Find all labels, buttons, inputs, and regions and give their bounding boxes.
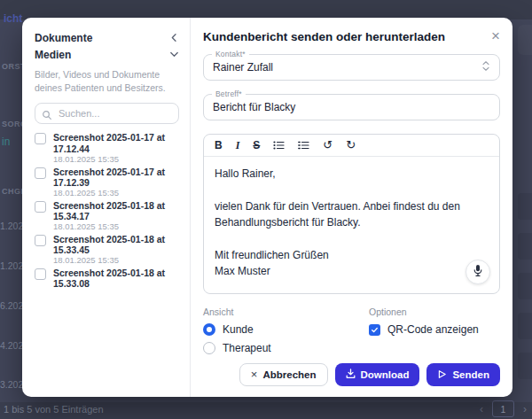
view-group-label: Ansicht [203, 306, 369, 317]
item-date: 18.01.2025 15:35 [53, 256, 179, 266]
close-icon[interactable]: × [491, 30, 500, 43]
undo-icon[interactable]: ↺ [323, 139, 332, 151]
select-caret-icon[interactable] [481, 59, 490, 75]
subject-field[interactable]: Betreff* [203, 94, 500, 120]
media-sidebar: Dokumente Medien Bilder, Videos und Doku… [22, 18, 191, 397]
background-card-hint [518, 25, 532, 55]
background-date-fragment: 1.202 [0, 221, 23, 231]
background-link-fragment: in [2, 136, 10, 148]
send-label: Senden [452, 369, 489, 380]
editor-paragraph [215, 182, 489, 198]
editor-paragraph [215, 231, 489, 247]
item-title: Screenshot 2025-01-18 at 15.33.08 [53, 268, 179, 290]
radio-selected-icon[interactable] [203, 323, 215, 336]
media-list-item[interactable]: Screenshot 2025-01-18 at 15.33.08 [35, 268, 179, 290]
item-title: Screenshot 2025-01-17 at 17.12.44 [53, 132, 179, 154]
download-button[interactable]: Download [335, 363, 420, 386]
media-list-item[interactable]: Screenshot 2025-01-17 at 17.12.39 18.01.… [35, 167, 179, 198]
send-button[interactable]: Senden [426, 363, 500, 386]
background-row-hint [518, 193, 532, 220]
strikethrough-button[interactable]: S [253, 139, 260, 151]
radio-therapeut[interactable]: Therapeut [203, 342, 369, 354]
qr-code-checkbox-row[interactable]: QR-Code anzeigen [369, 323, 479, 336]
pagination-prev-icon: ‹ [480, 403, 483, 415]
search-box [35, 103, 179, 124]
radio-unselected-icon[interactable] [203, 342, 215, 354]
background-date-fragment: 3.202 [0, 379, 23, 390]
editor-paragraph: Hallo Rainer, [215, 166, 489, 182]
redo-icon[interactable]: ↻ [346, 139, 356, 151]
controls-row: Ansicht Kunde Therapeut Optionen [203, 306, 500, 354]
send-report-dialog: Dokumente Medien Bilder, Videos und Doku… [22, 18, 512, 397]
view-group: Ansicht Kunde Therapeut [203, 306, 369, 354]
checkbox-checked-icon[interactable] [369, 324, 380, 336]
radio-kunde[interactable]: Kunde [203, 323, 369, 336]
item-title: Screenshot 2025-01-18 at 15.33.45 [53, 234, 179, 256]
sidebar-section-dokumente[interactable]: Dokumente [35, 30, 179, 45]
bold-button[interactable]: B [215, 139, 223, 151]
subject-value[interactable] [213, 101, 490, 113]
italic-button[interactable]: I [236, 139, 240, 151]
background-row-hint [518, 313, 532, 339]
item-checkbox[interactable] [35, 268, 46, 280]
item-date: 18.01.2025 15:35 [53, 155, 179, 165]
dialog-header: Kundenbericht senden oder herunterladen … [203, 30, 500, 43]
sidebar-section-medien[interactable]: Medien [35, 47, 179, 62]
item-title: Screenshot 2025-01-18 at 15.34.17 [53, 200, 179, 222]
background-date-fragment: 4.202 [0, 340, 23, 351]
subject-label: Betreff* [212, 89, 246, 98]
message-editor: B I S ↺ ↻ Hallo Rainer, vielen Dank für … [203, 134, 500, 294]
microphone-icon [473, 264, 483, 281]
media-list-item[interactable]: Screenshot 2025-01-18 at 15.33.45 18.01.… [35, 234, 179, 266]
pagination: ‹ 1 › [480, 400, 527, 417]
chevron-left-icon [169, 30, 179, 46]
search-input[interactable] [35, 103, 179, 124]
section-label: Dokumente [35, 32, 92, 44]
dictation-button[interactable] [466, 260, 490, 284]
close-icon: × [251, 369, 258, 380]
app-background: icht ORSTE SORG in CHGE 1.202 1.202 6.20… [0, 0, 532, 419]
background-row-hint [518, 353, 532, 379]
background-row-hint [518, 233, 532, 260]
pagination-next-icon: › [523, 403, 527, 415]
pagination-page-number: 1 [492, 400, 514, 417]
editor-paragraph: Max Muster [215, 263, 489, 280]
media-list: Screenshot 2025-01-17 at 17.12.44 18.01.… [35, 132, 179, 386]
options-group: Optionen QR-Code anzeigen [369, 306, 479, 354]
sidebar-description: Bilder, Videos und Dokumente deines Pati… [35, 68, 179, 95]
radio-label: Kunde [223, 323, 254, 336]
contact-value[interactable] [213, 61, 476, 74]
contact-label: Kontakt* [212, 50, 249, 58]
search-icon [42, 108, 52, 124]
item-date: 18.01.2025 15:35 [53, 189, 179, 198]
media-list-item[interactable]: Screenshot 2025-01-17 at 17.12.44 18.01.… [35, 132, 179, 164]
options-group-label: Optionen [369, 306, 479, 317]
item-checkbox[interactable] [35, 201, 46, 213]
item-checkbox[interactable] [35, 235, 46, 246]
item-checkbox[interactable] [35, 167, 46, 179]
background-top-bar [0, 0, 532, 19]
entries-summary: 1 bis 5 von 5 Einträgen [4, 404, 104, 415]
section-label: Medien [35, 49, 71, 61]
dialog-content: Kundenbericht senden oder herunterladen … [191, 18, 512, 397]
dialog-title: Kundenbericht senden oder herunterladen [203, 30, 445, 43]
bullet-list-icon[interactable] [273, 140, 285, 151]
chevron-down-icon [169, 47, 179, 63]
background-date-fragment: 1.202 [0, 260, 23, 271]
contact-select[interactable]: Kontakt* [203, 54, 500, 81]
editor-paragraph: vielen Dank für dein Vertrauen. Anbei fi… [215, 198, 489, 231]
cancel-label: Abbrechen [262, 369, 316, 380]
ordered-list-icon[interactable] [298, 140, 309, 151]
editor-paragraph: Mit freundlichen Grüßen [215, 247, 489, 264]
checkbox-label: QR-Code anzeigen [387, 323, 479, 336]
item-date: 18.01.2025 15:35 [53, 222, 179, 232]
editor-content[interactable]: Hallo Rainer, vielen Dank für dein Vertr… [204, 157, 499, 293]
download-icon [346, 369, 356, 381]
background-tab-fragment: icht [4, 12, 22, 25]
background-row-hint [518, 273, 532, 299]
send-icon [437, 369, 447, 381]
media-list-item[interactable]: Screenshot 2025-01-18 at 15.34.17 18.01.… [35, 200, 179, 232]
item-checkbox[interactable] [35, 133, 46, 144]
item-title: Screenshot 2025-01-17 at 17.12.39 [53, 167, 179, 189]
cancel-button[interactable]: × Abbrechen [239, 363, 328, 386]
